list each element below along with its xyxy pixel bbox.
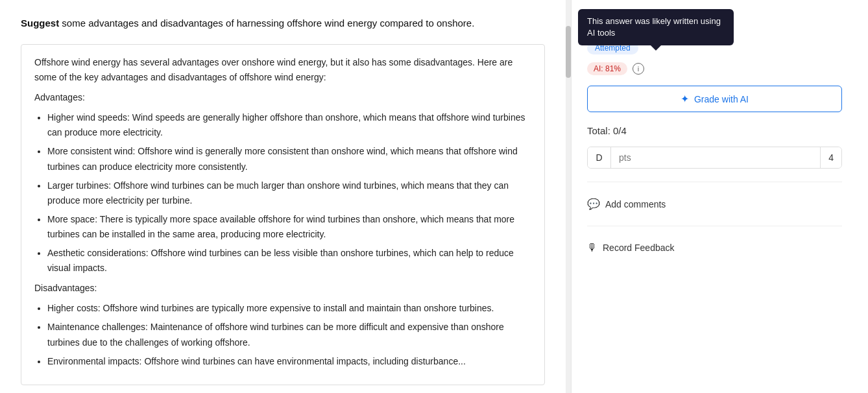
- add-comments-label: Add comments: [605, 199, 666, 209]
- answer-intro: Offshore wind energy has several advanta…: [34, 55, 531, 85]
- pts-row: D 4: [587, 147, 842, 169]
- scrollbar-thumb[interactable]: [566, 26, 571, 78]
- record-feedback-row[interactable]: 🎙 Record Feedback: [587, 237, 842, 259]
- disadvantages-label: Disadvantages:: [34, 281, 531, 296]
- list-item: More space: There is typically more spac…: [47, 212, 531, 242]
- ai-score-row: AI: 81% i: [587, 62, 842, 75]
- ai-tooltip: This answer was likely written using AI …: [578, 9, 734, 45]
- ai-score-badge: AI: 81%: [587, 62, 627, 75]
- add-comments-row[interactable]: 💬 Add comments: [587, 193, 842, 215]
- microphone-icon: 🎙: [587, 242, 597, 254]
- grade-with-ai-button[interactable]: ✦ Grade with AI: [587, 86, 842, 112]
- list-item: Environmental impacts: Offshore wind tur…: [47, 354, 531, 369]
- question-body: some advantages and disadvantages of har…: [59, 18, 474, 29]
- sidebar: This answer was likely written using AI …: [571, 0, 868, 393]
- main-content: Suggest some advantages and disadvantage…: [0, 0, 566, 393]
- record-feedback-label: Record Feedback: [603, 243, 675, 253]
- grade-button-label: Grade with AI: [694, 94, 749, 104]
- pts-prefix: D: [588, 147, 611, 168]
- scrollbar-track[interactable]: [566, 0, 571, 393]
- question-keyword: Suggest: [21, 18, 59, 29]
- comment-icon: 💬: [587, 198, 600, 210]
- divider-2: [587, 226, 842, 226]
- list-item: Higher wind speeds: Wind speeds are gene…: [47, 110, 531, 140]
- list-item: Higher costs: Offshore wind turbines are…: [47, 301, 531, 316]
- answer-box: Offshore wind energy has several advanta…: [21, 44, 545, 385]
- pts-max: 4: [820, 147, 841, 168]
- advantages-label: Advantages:: [34, 90, 531, 105]
- divider: [587, 182, 842, 182]
- sidebar-inner: This answer was likely written using AI …: [587, 13, 852, 259]
- info-icon[interactable]: i: [633, 63, 644, 75]
- list-item: More consistent wind: Offshore wind is g…: [47, 144, 531, 174]
- pts-input[interactable]: [611, 147, 820, 168]
- advantages-list: Higher wind speeds: Wind speeds are gene…: [47, 110, 531, 276]
- total-label: Total: 0/4: [587, 125, 842, 136]
- disadvantages-list: Higher costs: Offshore wind turbines are…: [47, 301, 531, 368]
- wand-icon: ✦: [681, 93, 689, 105]
- list-item: Aesthetic considerations: Offshore wind …: [47, 246, 531, 276]
- ai-tooltip-text: This answer was likely written using AI …: [587, 16, 721, 38]
- list-item: Larger turbines: Offshore wind turbines …: [47, 178, 531, 208]
- question-title: Suggest some advantages and disadvantage…: [21, 16, 545, 31]
- list-item: Maintenance challenges: Maintenance of o…: [47, 320, 531, 350]
